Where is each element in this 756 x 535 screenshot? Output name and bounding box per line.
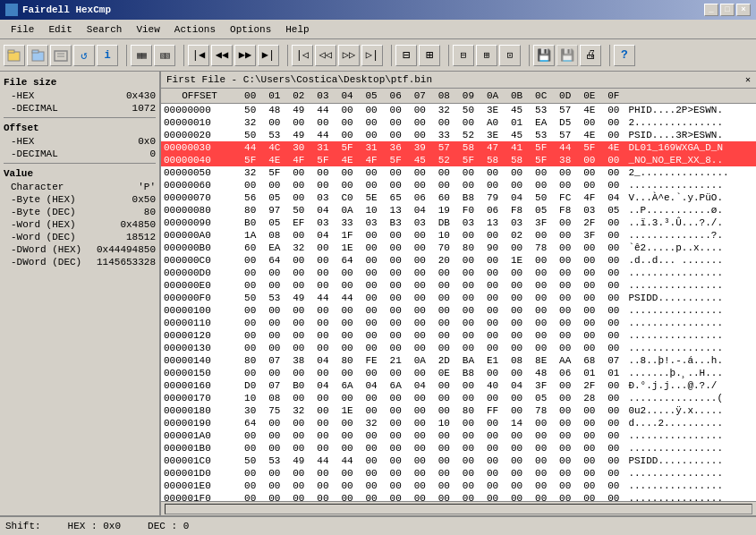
hex-cell[interactable]: 04 bbox=[310, 229, 335, 242]
hex-cell[interactable]: 00 bbox=[360, 116, 384, 129]
hex-cell[interactable]: 00 bbox=[384, 392, 408, 404]
hex-cell[interactable]: 00 bbox=[577, 467, 601, 480]
hex-cell[interactable]: 04 bbox=[310, 204, 335, 217]
close-button2[interactable] bbox=[50, 45, 72, 66]
hex-cell[interactable]: 3F bbox=[529, 379, 553, 392]
hex-cell[interactable]: 00 bbox=[335, 267, 359, 279]
save-button[interactable]: 💾 bbox=[533, 45, 555, 66]
hex-cell[interactable]: 4E bbox=[577, 129, 601, 141]
hex-cell[interactable]: 00 bbox=[601, 279, 625, 292]
prev-diff-button[interactable]: ◀◀ bbox=[211, 45, 233, 66]
hex-cell[interactable]: 00 bbox=[577, 116, 601, 129]
hex-cell[interactable]: 00 bbox=[360, 166, 384, 179]
hex-cell[interactable]: 00 bbox=[480, 342, 505, 354]
hex-cell[interactable]: 00 bbox=[456, 442, 480, 454]
hex-cell[interactable]: 30 bbox=[286, 141, 310, 154]
hex-cell[interactable]: 49 bbox=[286, 129, 310, 141]
hex-cell[interactable]: 00 bbox=[577, 166, 601, 179]
hex-cell[interactable]: 70 bbox=[432, 242, 456, 254]
hex-cell[interactable]: 00 bbox=[601, 492, 625, 501]
hex-cell[interactable]: 00 bbox=[601, 254, 625, 267]
hex-cell[interactable]: 32 bbox=[286, 242, 310, 254]
hex-cell[interactable]: 00 bbox=[310, 116, 335, 129]
hex-cell[interactable]: 01 bbox=[577, 367, 601, 379]
hex-cell[interactable]: 00 bbox=[553, 292, 577, 304]
hex-view[interactable]: OFFSET 00 01 02 03 04 05 06 07 08 09 0A … bbox=[161, 89, 756, 501]
hex-cell[interactable]: 00 bbox=[577, 317, 601, 329]
hex-cell[interactable]: 00 bbox=[601, 104, 625, 117]
hex-cell[interactable]: 78 bbox=[529, 404, 553, 417]
hex-cell[interactable]: 00 bbox=[432, 480, 456, 492]
hex-cell[interactable]: 00 bbox=[480, 329, 505, 342]
hex-cell[interactable]: 00 bbox=[238, 429, 262, 442]
hex-cell[interactable]: 03 bbox=[505, 217, 529, 229]
hex-cell[interactable]: 00 bbox=[601, 342, 625, 354]
table-row[interactable]: 000001408007380480FE210A2DBAE1088EAA6807… bbox=[161, 354, 756, 367]
hex-cell[interactable]: 00 bbox=[601, 154, 625, 166]
hex-cell[interactable]: 00 bbox=[456, 179, 480, 191]
hex-cell[interactable]: 10 bbox=[238, 392, 262, 404]
hex-cell[interactable]: 00 bbox=[384, 342, 408, 354]
hex-cell[interactable]: 53 bbox=[262, 454, 286, 467]
hex-cell[interactable]: 00 bbox=[505, 392, 529, 404]
hex-cell[interactable]: 06 bbox=[553, 367, 577, 379]
hex-cell[interactable]: 00 bbox=[480, 467, 505, 480]
hex-cell[interactable]: 00 bbox=[601, 267, 625, 279]
hex-cell[interactable]: 00 bbox=[335, 342, 359, 354]
hex-cell[interactable]: 00 bbox=[456, 279, 480, 292]
hex-cell[interactable]: E1 bbox=[480, 354, 505, 367]
hex-cell[interactable]: 00 bbox=[384, 267, 408, 279]
hex-cell[interactable]: 06 bbox=[408, 191, 432, 204]
hex-cell[interactable]: 00 bbox=[601, 229, 625, 242]
hex-cell[interactable]: 00 bbox=[577, 480, 601, 492]
hex-cell[interactable]: 00 bbox=[505, 242, 529, 254]
hex-cell[interactable]: 48 bbox=[529, 367, 553, 379]
hex-cell[interactable]: 00 bbox=[262, 342, 286, 354]
hex-cell[interactable]: 00 bbox=[384, 442, 408, 454]
hex-cell[interactable]: 5F bbox=[384, 154, 408, 166]
hex-cell[interactable]: 00 bbox=[553, 166, 577, 179]
hex-cell[interactable]: 00 bbox=[601, 404, 625, 417]
hex-cell[interactable]: 00 bbox=[480, 279, 505, 292]
hex-cell[interactable]: 00 bbox=[262, 279, 286, 292]
hex-cell[interactable]: 00 bbox=[601, 467, 625, 480]
hex-cell[interactable]: 00 bbox=[286, 166, 310, 179]
hex-cell[interactable]: 00 bbox=[262, 480, 286, 492]
hex-cell[interactable]: 60 bbox=[432, 191, 456, 204]
hex-cell[interactable]: 00 bbox=[310, 267, 335, 279]
hex-cell[interactable]: 57 bbox=[432, 141, 456, 154]
hex-cell[interactable]: 00 bbox=[529, 254, 553, 267]
menu-help[interactable]: Help bbox=[278, 22, 316, 37]
hex-cell[interactable]: 00 bbox=[408, 304, 432, 317]
hex-cell[interactable]: 00 bbox=[577, 329, 601, 342]
hex-cell[interactable]: 00 bbox=[577, 417, 601, 429]
hex-cell[interactable]: 08 bbox=[262, 392, 286, 404]
hex-cell[interactable]: 14 bbox=[505, 417, 529, 429]
hex-cell[interactable]: 13 bbox=[384, 204, 408, 217]
compare-button[interactable]: ▦▦ bbox=[131, 45, 152, 66]
hex-cell[interactable]: 00 bbox=[310, 179, 335, 191]
hex-cell[interactable]: 00 bbox=[310, 279, 335, 292]
hex-cell[interactable]: 00 bbox=[432, 279, 456, 292]
hex-cell[interactable]: 00 bbox=[553, 267, 577, 279]
hex-cell[interactable]: 45 bbox=[408, 154, 432, 166]
hex-cell[interactable]: 00 bbox=[262, 417, 286, 429]
hex-cell[interactable]: 00 bbox=[384, 492, 408, 501]
hex-cell[interactable]: 00 bbox=[505, 492, 529, 501]
hex-cell[interactable]: 2F bbox=[577, 217, 601, 229]
hex-cell[interactable]: 00 bbox=[553, 404, 577, 417]
hex-cell[interactable]: 03 bbox=[577, 204, 601, 217]
hex-cell[interactable]: 3E bbox=[480, 129, 505, 141]
hex-cell[interactable]: 39 bbox=[408, 141, 432, 154]
hex-cell[interactable]: 00 bbox=[577, 404, 601, 417]
hex-cell[interactable]: 00 bbox=[577, 292, 601, 304]
table-row[interactable]: 0000015000000000000000000EB8000048060101… bbox=[161, 367, 756, 379]
hex-cell[interactable]: 00 bbox=[432, 442, 456, 454]
hex-cell[interactable]: 00 bbox=[577, 242, 601, 254]
hex-cell[interactable]: 00 bbox=[310, 304, 335, 317]
menu-actions[interactable]: Actions bbox=[167, 22, 223, 37]
hex-cell[interactable]: EA bbox=[529, 116, 553, 129]
hex-cell[interactable]: 48 bbox=[262, 104, 286, 117]
hex-cell[interactable]: 00 bbox=[553, 417, 577, 429]
hex-cell[interactable]: 00 bbox=[456, 417, 480, 429]
